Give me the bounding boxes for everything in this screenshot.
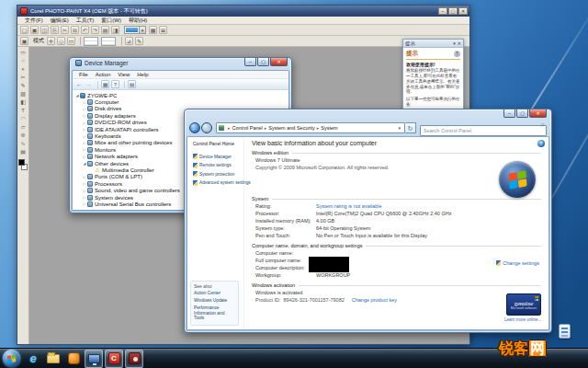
new-document-icon[interactable]: ▢ [20, 26, 28, 34]
mode-icon[interactable]: ▣ [20, 37, 28, 45]
size-spinner[interactable] [101, 37, 116, 46]
change-product-key-link[interactable]: Change product key [352, 297, 397, 303]
taskbar-windows-explorer[interactable] [44, 350, 62, 368]
sidebar-item-remote-settings[interactable]: Remote settings [193, 163, 243, 168]
desktop-shortcut-icon[interactable] [559, 324, 571, 339]
redo-icon[interactable]: ↷ [91, 26, 99, 34]
back-button[interactable]: ← [189, 122, 200, 133]
properties-icon[interactable]: ▤ [128, 80, 136, 88]
address-bar[interactable]: ▸ Control Panel ▸ System and Security ▸ … [216, 122, 405, 133]
change-settings-link[interactable]: Change settings [496, 260, 539, 266]
taskbar-corel-draw[interactable] [125, 350, 143, 368]
search-input[interactable] [420, 125, 547, 136]
maximize-button[interactable]: ▢ [516, 109, 528, 118]
close-icon[interactable]: ✕ [458, 40, 461, 46]
chevron-down-icon[interactable]: ▾ [453, 40, 456, 46]
back-icon[interactable]: ← [76, 81, 83, 87]
sidebar-item-device-manager[interactable]: Device Manager [193, 154, 243, 159]
minimize-button[interactable]: – [438, 7, 447, 15]
options-icon[interactable]: ▦ [149, 26, 157, 34]
mask-tool-icon[interactable]: ○ [18, 57, 28, 65]
menu-edit[interactable]: 编辑(E) [47, 17, 73, 25]
forward-icon[interactable]: → [85, 81, 92, 87]
clone-tool-icon[interactable]: ◧ [18, 98, 28, 107]
minimize-button[interactable]: – [244, 58, 256, 66]
corel-title-bar[interactable]: Corel PHOTO-PAINT X4 (OEM 版本 - 不可转售) [17, 6, 469, 17]
prop-tool-icon-4[interactable]: ⊿ [125, 37, 133, 45]
zoom-level-combobox[interactable]: ▾ [124, 26, 146, 34]
prop-tool-icon-5[interactable]: ✎ [135, 37, 143, 45]
chevron-down-icon[interactable]: ▾ [396, 125, 402, 131]
see-also-performance-tools[interactable]: Performance Information and Tools [194, 305, 235, 321]
save-icon[interactable]: ◫ [40, 26, 49, 34]
corel-menu-bar: 文件(F) 编辑(E) 工具(T) 窗口(W) 帮助(H) [17, 17, 469, 25]
cutout-tool-icon[interactable]: ✂ [18, 74, 28, 82]
import-icon[interactable]: ▤ [101, 26, 109, 34]
prop-tool-icon-1[interactable]: ✛ [47, 37, 55, 45]
help-icon[interactable]: ? [454, 51, 460, 57]
open-icon[interactable]: ▣ [30, 26, 39, 34]
sidebar-item-system-protection[interactable]: System protection [193, 171, 243, 177]
forward-button[interactable]: → [201, 122, 212, 133]
prop-tool-icon-2[interactable]: ◇ [57, 37, 65, 45]
chevron-down-icon[interactable]: ▾ [139, 27, 145, 33]
foreground-color-swatch[interactable] [18, 159, 25, 166]
color-swatch-well[interactable] [18, 159, 28, 170]
effect-tool-icon[interactable]: ▨ [18, 90, 28, 98]
learn-more-link[interactable]: Learn more online... [504, 317, 541, 322]
sidebar-item-advanced-settings[interactable]: Advanced system settings [193, 180, 243, 186]
paint-tool-icon[interactable]: ✎ [18, 82, 28, 90]
undo-icon[interactable]: ↶ [81, 26, 89, 34]
close-button[interactable]: ✕ [458, 7, 468, 15]
close-button[interactable]: ✕ [270, 58, 288, 66]
device-manager-titlebar[interactable]: Device Manager [75, 60, 128, 66]
see-also-action-center[interactable]: Action Center [194, 291, 235, 296]
shape-tool-icon[interactable]: ◠ [18, 115, 28, 123]
copy-icon[interactable]: ⧉ [71, 26, 79, 34]
print-icon[interactable]: ⎘ [51, 26, 59, 34]
text-tool-icon[interactable]: T [18, 107, 28, 115]
uac-shield-icon [193, 163, 198, 168]
menu-file[interactable]: 文件(F) [21, 17, 47, 25]
menu-file[interactable]: File [75, 72, 92, 77]
breadcrumb-control-panel[interactable]: Control Panel [232, 125, 263, 131]
maximize-button[interactable]: ▢ [448, 7, 458, 15]
taskbar-system-window[interactable] [85, 350, 103, 368]
position-spinner[interactable] [84, 37, 98, 46]
pick-tool-icon[interactable]: ▭ [18, 49, 28, 57]
genuine-microsoft-badge[interactable]: genuine Microsoft software [506, 293, 541, 316]
menu-action[interactable]: Action [92, 72, 115, 77]
tree-item-computer-root[interactable]: ◢ ZYGWE-PC [74, 92, 288, 98]
console-window-icon[interactable]: ▦ [101, 80, 109, 88]
sidebar-item-control-panel-home[interactable]: Control Panel Home [193, 141, 243, 146]
maximize-button[interactable]: ▢ [257, 58, 269, 66]
export-icon[interactable]: ◨ [111, 26, 119, 34]
crop-tool-icon[interactable]: ⌖ [18, 65, 28, 74]
ellipse-tool-icon[interactable]: ⊚ [18, 132, 28, 140]
menu-tools[interactable]: 工具(T) [73, 17, 98, 25]
minimize-button[interactable]: – [503, 109, 515, 118]
see-also-windows-update[interactable]: Windows Update [194, 298, 235, 304]
menu-help[interactable]: Help [133, 72, 152, 77]
rating-link[interactable]: System rating is not available [316, 203, 541, 209]
close-button[interactable]: ✕ [529, 109, 547, 118]
help-icon[interactable]: ? [111, 80, 119, 88]
tree-item-computer[interactable]: ▷ Computer [74, 98, 288, 105]
start-button[interactable] [3, 350, 20, 367]
taskbar-media-player[interactable] [64, 350, 83, 368]
tips-docker-titlebar[interactable]: 提示 ▾ ✕ [403, 40, 463, 48]
breadcrumb-system-security[interactable]: System and Security [268, 125, 314, 131]
rect-tool-icon[interactable]: ▱ [18, 123, 28, 132]
menu-window[interactable]: 窗口(W) [97, 17, 125, 25]
line-tool-icon[interactable]: ∿ [18, 140, 28, 148]
application-launcher-icon[interactable]: ⊞ [159, 26, 167, 34]
cut-icon[interactable]: ✂ [61, 26, 69, 34]
menu-help[interactable]: 帮助(H) [125, 17, 151, 25]
menu-view[interactable]: View [114, 72, 133, 77]
fill-tool-icon[interactable]: ▤ [18, 148, 28, 156]
refresh-button[interactable]: ↻ [405, 122, 416, 133]
taskbar-internet-explorer[interactable]: e [24, 350, 42, 368]
taskbar-corel-photo-paint[interactable]: C [105, 350, 123, 368]
prop-tool-icon-3[interactable]: ▭ [67, 37, 75, 45]
breadcrumb-system[interactable]: System [321, 125, 337, 131]
